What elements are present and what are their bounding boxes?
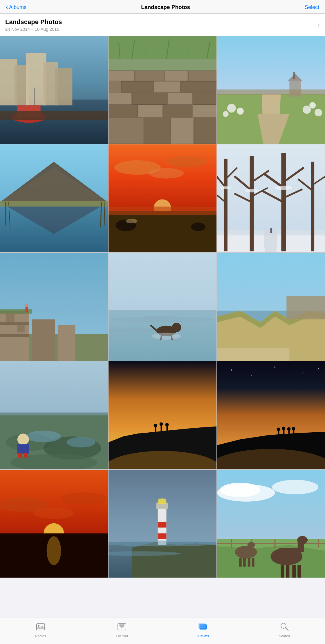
svg-point-146 — [160, 422, 163, 426]
tab-search[interactable]: Search — [244, 620, 325, 638]
for-you-icon — [114, 620, 130, 633]
svg-rect-10 — [0, 111, 108, 120]
svg-rect-161 — [288, 430, 290, 436]
svg-point-46 — [223, 111, 229, 117]
svg-point-45 — [237, 108, 244, 115]
svg-rect-25 — [122, 81, 154, 92]
svg-rect-33 — [138, 105, 163, 117]
svg-rect-105 — [6, 313, 15, 322]
svg-rect-1 — [0, 99, 108, 144]
tab-bar: Photos For You Albums — [0, 618, 325, 644]
svg-line-62 — [101, 202, 101, 227]
svg-rect-53 — [217, 90, 325, 95]
photo-item[interactable] — [217, 36, 325, 144]
svg-point-155 — [318, 368, 319, 369]
svg-rect-159 — [283, 429, 284, 436]
svg-rect-36 — [109, 118, 143, 144]
svg-rect-38 — [170, 118, 194, 144]
svg-rect-203 — [292, 565, 296, 578]
svg-rect-108 — [58, 325, 75, 361]
svg-rect-104 — [0, 334, 29, 337]
svg-point-173 — [34, 507, 74, 519]
photo-item[interactable] — [0, 361, 108, 469]
svg-point-200 — [297, 536, 308, 544]
svg-rect-32 — [109, 105, 138, 117]
svg-rect-21 — [109, 71, 135, 81]
svg-rect-27 — [180, 81, 216, 92]
back-button[interactable]: ‹ Albums — [6, 4, 26, 10]
photo-item[interactable] — [217, 470, 325, 578]
svg-rect-147 — [166, 425, 168, 431]
photo-item[interactable] — [109, 253, 216, 361]
svg-point-136 — [17, 433, 29, 445]
svg-rect-22 — [135, 71, 164, 81]
svg-point-183 — [109, 540, 216, 546]
svg-rect-95 — [270, 228, 272, 233]
svg-rect-140 — [0, 412, 108, 416]
svg-rect-6 — [55, 68, 72, 106]
tab-albums[interactable]: Albums — [162, 620, 244, 638]
svg-point-207 — [248, 542, 255, 548]
svg-rect-157 — [278, 430, 279, 436]
photos-icon — [33, 620, 48, 633]
svg-rect-138 — [18, 453, 22, 458]
svg-point-162 — [287, 427, 290, 431]
svg-rect-127 — [286, 296, 325, 320]
svg-point-144 — [154, 424, 157, 427]
svg-rect-52 — [293, 72, 295, 79]
photo-item[interactable] — [109, 144, 216, 252]
tab-photos-label: Photos — [35, 634, 46, 638]
select-button[interactable]: Select — [305, 4, 319, 10]
svg-point-98 — [275, 186, 292, 190]
svg-point-170 — [47, 536, 61, 565]
svg-point-134 — [26, 431, 61, 442]
svg-point-70 — [109, 206, 216, 215]
svg-rect-204 — [297, 565, 301, 578]
svg-point-148 — [165, 423, 169, 426]
photo-item[interactable] — [0, 253, 108, 361]
svg-point-187 — [220, 483, 261, 497]
svg-point-122 — [152, 333, 181, 340]
tab-search-label: Search — [279, 634, 290, 638]
svg-rect-198 — [279, 548, 299, 558]
tab-photos[interactable]: Photos — [0, 620, 81, 638]
svg-point-160 — [282, 427, 285, 430]
svg-rect-24 — [188, 71, 216, 81]
photo-item[interactable] — [109, 36, 216, 144]
photo-item[interactable] — [217, 361, 325, 469]
photo-item[interactable] — [109, 361, 216, 469]
album-date-range: 24 Nov 2014 – 10 Aug 2016 — [5, 27, 62, 32]
photo-item[interactable] — [109, 470, 216, 578]
svg-rect-34 — [163, 105, 192, 117]
svg-rect-37 — [144, 118, 170, 144]
svg-marker-94 — [263, 230, 278, 252]
svg-point-158 — [277, 427, 280, 431]
nav-bar: ‹ Albums Landscape Photos Select — [0, 0, 325, 14]
tab-for-you-label: For You — [116, 634, 128, 638]
photo-item[interactable] — [217, 253, 325, 361]
album-header[interactable]: Landscape Photos 24 Nov 2014 – 10 Aug 20… — [0, 14, 325, 36]
svg-point-115 — [110, 316, 214, 322]
photo-item[interactable] — [217, 144, 325, 252]
svg-rect-202 — [286, 565, 289, 578]
svg-rect-39 — [194, 118, 216, 144]
svg-point-135 — [66, 437, 95, 447]
photo-item[interactable] — [0, 36, 108, 144]
svg-rect-137 — [17, 444, 29, 454]
svg-rect-4 — [26, 53, 46, 106]
photo-item[interactable] — [0, 144, 108, 252]
svg-point-66 — [166, 156, 207, 168]
svg-point-44 — [227, 104, 236, 113]
svg-rect-69 — [109, 211, 216, 252]
photo-item[interactable] — [0, 470, 108, 578]
svg-point-214 — [38, 625, 39, 627]
svg-point-152 — [251, 375, 252, 376]
svg-point-67 — [149, 168, 184, 179]
svg-rect-210 — [248, 558, 250, 567]
svg-point-96 — [220, 186, 232, 189]
svg-point-153 — [274, 367, 275, 368]
back-chevron-icon: ‹ — [6, 4, 8, 10]
albums-icon — [195, 620, 211, 633]
svg-rect-35 — [193, 105, 216, 117]
tab-for-you[interactable]: For You — [81, 620, 162, 638]
